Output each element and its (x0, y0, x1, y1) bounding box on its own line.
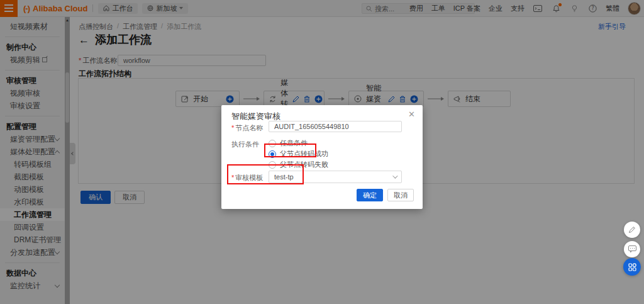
annotation-box-selected-radio (264, 144, 316, 157)
comment-icon (628, 245, 636, 253)
smart-audit-modal: 智能媒资审核 ✕ *节点名称 执行条件 任意条件 父节点转码成功 父节点转码失败… (221, 105, 423, 209)
close-icon[interactable]: ✕ (408, 110, 415, 118)
condition-label: 执行条件 (231, 140, 259, 149)
feedback-edit-button[interactable] (624, 222, 640, 238)
node-name-input[interactable] (269, 121, 402, 132)
pencil-icon (628, 226, 636, 234)
annotation-box-audit-template (227, 164, 304, 184)
node-name-label: 节点名称 (235, 124, 263, 132)
floating-widget (623, 222, 641, 276)
chevron-down-icon (392, 173, 397, 178)
feedback-chat-button[interactable] (624, 241, 640, 257)
modal-cancel-button[interactable]: 取消 (387, 189, 414, 201)
modal-footer: 确定 取消 (357, 189, 414, 201)
vod-console-page: (-) Alibaba Cloud 工作台 新加坡 费用 工单 ICP 备案 企… (0, 0, 644, 304)
modal-ok-button[interactable]: 确定 (357, 189, 383, 201)
survey-widget-button[interactable] (623, 258, 641, 276)
grid-icon (628, 263, 636, 271)
